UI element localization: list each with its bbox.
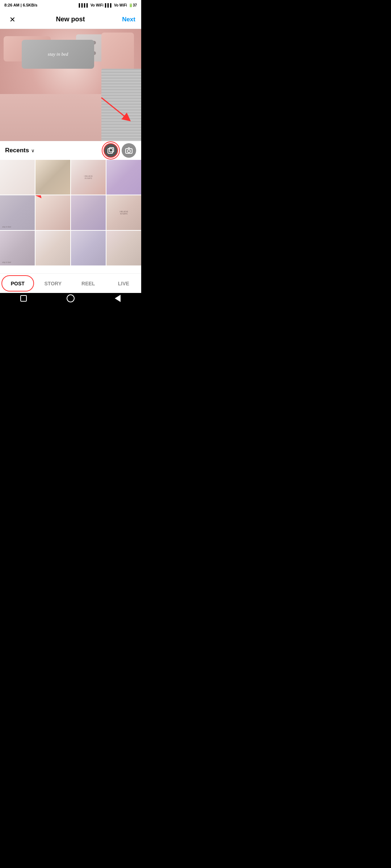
preview-image: stay in bed <box>0 29 141 141</box>
multi-select-button[interactable] <box>104 143 118 158</box>
tab-story[interactable]: STORY <box>35 274 71 293</box>
gallery-item[interactable] <box>35 160 70 195</box>
svg-rect-1 <box>108 149 113 153</box>
gallery-item[interactable] <box>71 195 106 230</box>
signal-icon-2: ▌▌▌ <box>105 3 113 7</box>
post-highlight <box>1 275 34 292</box>
bed-scene: stay in bed <box>0 29 141 141</box>
circle-icon <box>67 294 75 302</box>
tab-story-label: STORY <box>45 281 62 286</box>
tab-post[interactable]: POST <box>0 274 35 293</box>
bottom-tabs: POST STORY REEL LIVE <box>0 273 141 293</box>
multi-select-icon <box>107 147 114 154</box>
tab-live-label: LIVE <box>118 281 129 286</box>
arrow-to-post <box>35 195 48 199</box>
thumbnail-text: stay in bed <box>2 261 11 263</box>
svg-rect-2 <box>109 148 114 152</box>
gallery-bar: Recents ∨ <box>0 141 141 160</box>
camera-button[interactable] <box>122 143 136 158</box>
thumbnail-text: I BELIEVEIN NAPS <box>119 210 128 215</box>
top-bar: ✕ New post Next <box>0 10 141 29</box>
gallery-grid: I BELIEVEIN NAPS stay in bed <box>0 160 141 265</box>
folder-name: Recents <box>5 147 29 154</box>
gallery-item[interactable] <box>71 231 106 265</box>
nav-back-button[interactable] <box>110 293 125 304</box>
back-icon <box>115 295 121 302</box>
gallery-item[interactable] <box>106 160 141 195</box>
next-button[interactable]: Next <box>122 16 135 23</box>
navigation-bar <box>0 293 141 305</box>
gallery-item[interactable] <box>35 195 70 230</box>
status-icons: ▌▌▌▌ Vo WiFi ▌▌▌ Vo WiFi 🔋37 <box>79 3 137 7</box>
wifi-label-2: Vo WiFi <box>114 3 127 7</box>
multi-select-wrapper <box>104 143 118 158</box>
close-button[interactable]: ✕ <box>6 13 19 26</box>
gallery-icons <box>104 143 136 158</box>
fringe-pillow <box>101 33 134 72</box>
svg-point-4 <box>127 150 130 153</box>
gray-blanket <box>101 69 141 141</box>
nav-home-button[interactable] <box>63 293 78 304</box>
chevron-down-icon: ∨ <box>31 148 35 153</box>
gallery-item[interactable] <box>106 231 141 265</box>
gallery-item[interactable]: stay in bed <box>0 231 35 265</box>
thumbnail-text: stay in bed <box>2 226 11 228</box>
gallery-grid-wrapper: I BELIEVEIN NAPS stay in bed <box>0 160 141 273</box>
square-icon <box>20 295 27 302</box>
tab-reel[interactable]: REEL <box>71 274 106 293</box>
thumbnail-text: I BELIEVEIN NAPS <box>84 175 93 179</box>
tab-reel-label: REEL <box>81 281 95 286</box>
battery-icon: 🔋37 <box>129 3 137 7</box>
wifi-label: Vo WiFi <box>91 3 104 7</box>
signal-icon: ▌▌▌▌ <box>79 3 89 7</box>
gallery-item[interactable]: I BELIEVEIN NAPS <box>71 160 106 195</box>
tab-live[interactable]: LIVE <box>106 274 142 293</box>
gallery-item[interactable] <box>35 231 70 265</box>
camera-icon <box>125 147 133 154</box>
text-pillow: stay in bed <box>22 40 94 69</box>
nav-square-button[interactable] <box>16 293 31 304</box>
page-title: New post <box>56 16 85 23</box>
status-bar: 8:26 AM | 6.5KB/s ▌▌▌▌ Vo WiFi ▌▌▌ Vo Wi… <box>0 0 141 10</box>
pillow-text: stay in bed <box>48 51 68 58</box>
gallery-item[interactable]: stay in bed <box>0 195 35 230</box>
gallery-item[interactable] <box>0 160 35 195</box>
gallery-item[interactable]: I BELIEVEIN NAPS <box>106 195 141 230</box>
status-time: 8:26 AM | 6.5KB/s <box>4 3 37 7</box>
folder-selector[interactable]: Recents ∨ <box>5 147 35 154</box>
